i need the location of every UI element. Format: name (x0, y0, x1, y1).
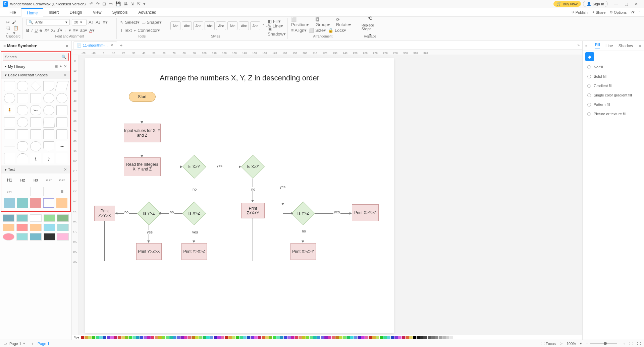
color-swatch[interactable] (317, 336, 320, 339)
collapse-panel-icon[interactable]: « (66, 44, 68, 48)
color-swatch[interactable] (107, 336, 110, 339)
node-print-zyx[interactable]: Print Z>Y>X (94, 206, 115, 221)
page-indicator[interactable]: Page-1 (9, 342, 21, 346)
shape-ellipse[interactable] (43, 93, 54, 103)
style-item[interactable]: Abc (227, 21, 237, 30)
search-icon[interactable]: 🔍 (61, 55, 66, 59)
color-swatch[interactable] (350, 336, 354, 339)
color-swatch[interactable] (417, 336, 420, 339)
shape-circle[interactable] (56, 93, 67, 103)
color-swatch[interactable] (439, 336, 442, 339)
options-button[interactable]: ⚙ Options (609, 10, 627, 14)
style-item[interactable]: Abc (170, 21, 180, 30)
color-swatch[interactable] (199, 336, 202, 339)
color-swatch[interactable] (118, 336, 121, 339)
color-swatch[interactable] (184, 336, 187, 339)
color-swatch[interactable] (391, 336, 394, 339)
banner-shape[interactable] (57, 233, 69, 240)
color-swatch-bar[interactable]: ✎▾ (72, 335, 582, 340)
tab-insert[interactable]: Insert (43, 8, 64, 17)
color-swatch[interactable] (125, 336, 128, 339)
tab-symbols[interactable]: Symbols (107, 8, 133, 17)
color-swatch[interactable] (450, 336, 453, 339)
color-swatch[interactable] (166, 336, 169, 339)
color-swatch[interactable] (177, 336, 180, 339)
color-swatch[interactable] (409, 336, 413, 339)
fill-option-pattern[interactable]: Pattern fill (583, 100, 644, 109)
tab-file[interactable]: File (4, 8, 21, 17)
more-symbols-header[interactable]: ≡ More Symbols▾« (0, 41, 71, 51)
color-swatch[interactable] (435, 336, 438, 339)
fill-bucket-icon[interactable]: ◆ (585, 52, 594, 61)
color-swatch[interactable] (262, 336, 265, 339)
color-swatch[interactable] (214, 336, 217, 339)
node-print-yzx[interactable]: Print Y>Z>X (136, 243, 162, 260)
fullscreen-button[interactable]: ⛶ (637, 342, 641, 346)
color-swatch[interactable] (232, 336, 235, 339)
color-swatch[interactable] (361, 336, 365, 339)
shape-arc[interactable] (17, 153, 28, 163)
text-close-icon[interactable]: ✕ (64, 167, 67, 172)
print-icon[interactable]: 🖶 (123, 1, 128, 6)
color-swatch[interactable] (413, 336, 416, 339)
color-swatch[interactable] (265, 336, 269, 339)
tab-advanced[interactable]: Advanced (133, 8, 162, 17)
color-swatch[interactable] (335, 336, 339, 339)
color-swatch[interactable] (144, 336, 147, 339)
group-button[interactable]: ⿻ Group▾ (316, 17, 334, 27)
color-swatch[interactable] (221, 336, 224, 339)
font-name-select[interactable]: 🔍 Arial▾ (26, 19, 70, 25)
color-swatch[interactable] (85, 336, 88, 339)
style-item[interactable]: Abc (205, 21, 215, 30)
color-swatch[interactable] (169, 336, 173, 339)
shape-user[interactable] (17, 105, 28, 115)
color-swatch[interactable] (369, 336, 372, 339)
color-swatch[interactable] (158, 336, 162, 339)
color-swatch[interactable] (339, 336, 342, 339)
shape-small-circle[interactable] (30, 141, 41, 151)
color-swatch[interactable] (236, 336, 239, 339)
node-decision-xz2[interactable]: Is X>Z (186, 205, 203, 222)
banner-shape[interactable] (3, 233, 14, 240)
color-swatch[interactable] (129, 336, 132, 339)
color-swatch[interactable] (92, 336, 95, 339)
color-swatch[interactable] (406, 336, 409, 339)
page-tab[interactable]: Page-1 (38, 342, 49, 346)
color-swatch[interactable] (203, 336, 206, 339)
color-swatch[interactable] (155, 336, 158, 339)
color-swatch[interactable] (273, 336, 276, 339)
save-icon[interactable]: 💾 (115, 1, 121, 6)
font-color-icon[interactable]: A▾ (89, 28, 95, 33)
undo-icon[interactable]: ↶ (90, 1, 93, 6)
shape-decision[interactable] (31, 81, 41, 91)
color-swatch[interactable] (387, 336, 390, 339)
my-library-header[interactable]: ▸ My Library ▦+✕ (1, 62, 70, 71)
select-tool[interactable]: ↖ Select▾ (120, 20, 140, 25)
shape-manualop[interactable] (30, 129, 41, 139)
color-swatch[interactable] (420, 336, 424, 339)
shape-loop[interactable] (4, 129, 15, 139)
page-dropdown-icon[interactable]: ▾ (23, 341, 25, 346)
text-h1[interactable]: H1 (4, 176, 15, 185)
text-h3[interactable]: H3 (30, 176, 41, 185)
play-button[interactable]: ▷ (560, 341, 562, 346)
color-swatch[interactable] (376, 336, 379, 339)
library-grid-icon[interactable]: ▦ (54, 64, 58, 69)
increase-font-icon[interactable]: A↑ (89, 20, 94, 25)
size-button[interactable]: ⬜ Size▾ (309, 28, 326, 33)
highlight-icon[interactable]: ab▾ (80, 28, 87, 33)
maximize-button[interactable]: ▢ (621, 2, 631, 6)
text-label3[interactable] (30, 198, 41, 208)
shape-stored[interactable] (30, 93, 41, 103)
zoom-slider[interactable] (590, 343, 617, 344)
shape-tape[interactable] (30, 117, 41, 127)
text-label1[interactable] (4, 198, 15, 208)
color-swatch[interactable] (453, 336, 457, 339)
color-swatch[interactable] (354, 336, 357, 339)
decrease-font-icon[interactable]: A↓ (96, 20, 101, 25)
color-swatch[interactable] (195, 336, 199, 339)
text-label5[interactable] (56, 198, 67, 208)
pages-icon[interactable]: ▭ (3, 341, 7, 346)
fill-option-picture[interactable]: Picture or texture fill (583, 109, 644, 119)
publish-button[interactable]: ✈ Publish (572, 10, 588, 14)
